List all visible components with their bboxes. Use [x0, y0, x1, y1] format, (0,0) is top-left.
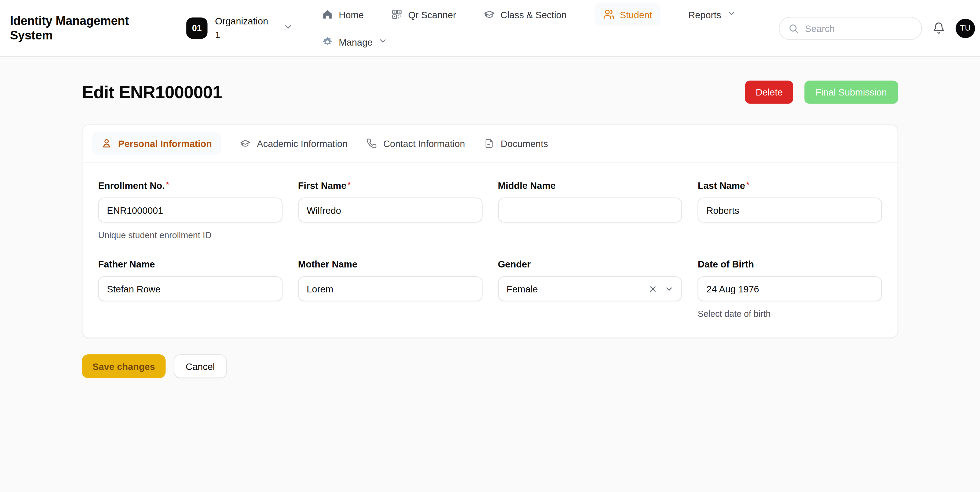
nav-item-label: Manage	[339, 37, 372, 47]
clear-x-icon[interactable]	[648, 284, 658, 293]
gear-icon	[322, 36, 333, 48]
nav-item-student[interactable]: Student	[594, 2, 661, 26]
field-father-name: Father Name	[98, 259, 283, 319]
chevron-down-icon	[665, 284, 674, 293]
field-label: Father Name	[98, 259, 283, 270]
header-actions: TU	[779, 17, 976, 40]
field-label: Enrollment No.*	[98, 180, 283, 191]
cancel-button[interactable]: Cancel	[174, 354, 227, 378]
form-row-1: Enrollment No.* Unique student enrollmen…	[98, 180, 882, 240]
field-label: Last Name*	[698, 180, 882, 191]
home-icon	[322, 9, 333, 20]
nav-item-label: Class & Section	[501, 9, 567, 20]
user-avatar[interactable]: TU	[956, 19, 975, 38]
first-name-input[interactable]	[298, 197, 482, 222]
brand-logo: Identity Management System	[10, 14, 150, 42]
field-helper-text: Unique student enrollment ID	[98, 230, 283, 240]
page-header-actions: Delete Final Submission	[745, 81, 898, 104]
field-label: First Name*	[298, 180, 482, 191]
nav-item-home[interactable]: Home	[322, 9, 364, 20]
personal-information-form: Enrollment No.* Unique student enrollmen…	[83, 162, 898, 338]
nav-item-class-section[interactable]: Class & Section	[484, 9, 567, 20]
field-enrollment-no: Enrollment No.* Unique student enrollmen…	[98, 180, 283, 240]
field-label: Gender	[498, 259, 682, 270]
page-title: Edit ENR1000001	[82, 82, 222, 102]
search-box[interactable]	[779, 17, 922, 40]
top-navbar: Identity Management System 01 Organizati…	[0, 0, 980, 57]
father-name-input[interactable]	[98, 276, 283, 301]
chevron-down-icon	[283, 22, 293, 35]
graduation-cap-icon	[240, 138, 251, 149]
users-icon	[603, 9, 614, 20]
required-asterisk: *	[166, 180, 169, 189]
phone-icon	[366, 138, 377, 149]
mother-name-input[interactable]	[298, 276, 482, 301]
field-last-name: Last Name*	[698, 180, 882, 240]
field-label: Date of Birth	[698, 259, 882, 270]
nav-item-reports[interactable]: Reports	[688, 9, 736, 20]
field-mother-name: Mother Name	[298, 259, 482, 319]
search-input[interactable]	[805, 23, 913, 33]
search-icon	[788, 23, 799, 33]
middle-name-input[interactable]	[498, 197, 682, 222]
nav-item-label: Qr Scanner	[408, 9, 456, 20]
nav-item-manage[interactable]: Manage	[322, 36, 388, 48]
form-row-2: Father Name Mother Name Gender Female	[98, 259, 882, 319]
nav-item-label: Home	[339, 9, 364, 20]
document-icon	[484, 138, 495, 149]
enrollment-no-input[interactable]	[98, 197, 283, 222]
field-gender: Gender Female	[498, 259, 682, 319]
graduation-cap-icon	[484, 9, 495, 20]
nav-row-bottom: Manage	[322, 28, 736, 56]
bell-icon	[932, 22, 945, 35]
chevron-down-icon	[378, 36, 388, 48]
required-asterisk: *	[746, 180, 749, 189]
field-date-of-birth: Date of Birth Select date of birth	[698, 259, 882, 319]
save-changes-button[interactable]: Save changes	[82, 354, 165, 378]
required-asterisk: *	[348, 180, 351, 189]
org-badge: 01	[186, 18, 207, 39]
page-header: Edit ENR1000001 Delete Final Submission	[82, 81, 898, 104]
field-helper-text: Select date of birth	[698, 309, 882, 319]
tab-contact-information[interactable]: Contact Information	[366, 138, 465, 149]
field-middle-name: Middle Name	[498, 180, 682, 240]
tab-label: Personal Information	[118, 138, 212, 149]
tab-academic-information[interactable]: Academic Information	[240, 138, 348, 149]
edit-form-card: Personal Information Academic Informatio…	[82, 124, 898, 338]
app-root: Identity Management System 01 Organizati…	[0, 0, 980, 492]
person-icon	[101, 138, 112, 149]
main-content: Edit ENR1000001 Delete Final Submission …	[0, 81, 980, 378]
last-name-input[interactable]	[698, 197, 882, 222]
tab-documents[interactable]: Documents	[484, 138, 548, 149]
nav-row-top: Home Qr Scanner	[322, 0, 736, 28]
field-first-name: First Name*	[298, 180, 482, 240]
tab-personal-information[interactable]: Personal Information	[92, 132, 221, 155]
form-actions: Save changes Cancel	[82, 354, 898, 378]
field-label: Mother Name	[298, 259, 482, 270]
delete-button[interactable]: Delete	[745, 81, 793, 104]
gender-select[interactable]: Female	[498, 276, 682, 301]
tab-label: Academic Information	[257, 138, 348, 149]
gender-select-value: Female	[506, 283, 648, 294]
form-tabs: Personal Information Academic Informatio…	[83, 125, 898, 162]
field-label: Middle Name	[498, 180, 682, 191]
nav-item-label: Student	[620, 9, 652, 20]
gender-select-controls	[648, 284, 674, 293]
final-submission-button[interactable]: Final Submission	[804, 81, 898, 104]
nav-item-qr-scanner[interactable]: Qr Scanner	[391, 9, 456, 20]
date-of-birth-input[interactable]	[698, 276, 882, 301]
org-selector[interactable]: 01 Organization 1	[186, 14, 293, 41]
qr-code-icon	[391, 9, 402, 20]
tab-label: Contact Information	[383, 138, 465, 149]
nav-item-label: Reports	[688, 9, 721, 20]
tab-label: Documents	[501, 138, 548, 149]
main-nav: Home Qr Scanner	[322, 0, 736, 56]
chevron-down-icon	[727, 9, 736, 20]
notifications-button[interactable]	[932, 22, 945, 35]
org-name: Organization 1	[215, 14, 275, 41]
